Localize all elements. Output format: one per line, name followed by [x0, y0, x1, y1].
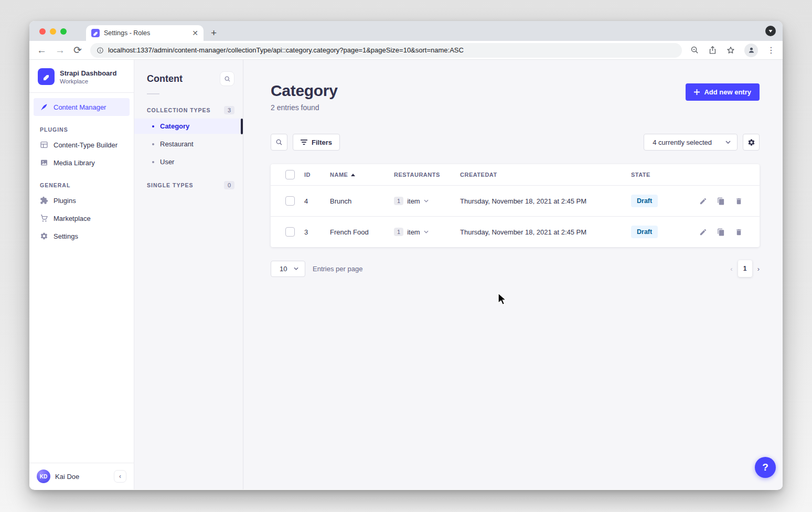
row-checkbox[interactable] — [285, 227, 295, 237]
subnav-item-user[interactable]: User — [134, 154, 243, 169]
duplicate-icon[interactable] — [717, 228, 725, 236]
page-number-button[interactable]: 1 — [738, 260, 752, 277]
sidebar-item-plugins[interactable]: Plugins — [34, 191, 130, 209]
entries-table: ID NAME RESTAURANTS CREATEDAT STATE 4 Br… — [271, 164, 760, 247]
table-row[interactable]: 3 French Food 1 item Thursday, November … — [271, 216, 760, 247]
sidebar-item-media-library[interactable]: Media Library — [34, 154, 130, 172]
cell-restaurants[interactable]: 1 item — [394, 197, 460, 205]
reload-button[interactable]: ⟳ — [73, 45, 82, 55]
sidebar-item-label: Plugins — [54, 197, 76, 205]
close-window-button[interactable] — [39, 28, 46, 35]
minimize-window-button[interactable] — [50, 28, 56, 35]
sidebar-item-label: Settings — [54, 232, 78, 240]
sidebar-item-content-manager[interactable]: Content Manager — [34, 98, 130, 116]
page-title: Category — [271, 82, 338, 100]
site-info-icon[interactable] — [97, 47, 104, 54]
state-badge: Draft — [631, 195, 658, 207]
table-row[interactable]: 4 Brunch 1 item Thursday, November 18, 2… — [271, 185, 760, 216]
entries-per-page-label: Entries per page — [313, 265, 362, 273]
table-settings-button[interactable] — [743, 134, 760, 151]
prev-page-button[interactable]: ‹ — [730, 265, 732, 273]
page-size-select[interactable]: 10 — [271, 261, 305, 277]
table-search-button[interactable] — [271, 134, 287, 151]
trash-icon[interactable] — [735, 228, 743, 236]
strapi-logo-icon — [38, 68, 55, 85]
browser-menu-icon[interactable]: ⋮ — [767, 45, 775, 55]
user-avatar[interactable]: KD — [37, 470, 50, 483]
collection-types-label: COLLECTION TYPES — [147, 107, 211, 113]
zoom-window-button[interactable] — [60, 28, 67, 35]
entries-count: 2 entries found — [271, 103, 338, 112]
filters-button[interactable]: Filters — [293, 134, 340, 151]
duplicate-icon[interactable] — [717, 197, 725, 205]
column-header-id[interactable]: ID — [304, 172, 330, 178]
bullet-icon — [152, 143, 154, 145]
subnav-item-category[interactable]: Category — [134, 119, 243, 134]
sidebar-section-plugins: PLUGINS — [29, 116, 134, 136]
column-header-restaurants[interactable]: RESTAURANTS — [394, 172, 460, 178]
sidebar-item-content-type-builder[interactable]: Content-Type Builder — [34, 136, 130, 154]
strapi-favicon-icon — [91, 29, 100, 37]
forward-button[interactable]: → — [55, 45, 65, 55]
chevron-down-icon — [725, 141, 731, 144]
new-tab-button[interactable]: + — [211, 27, 217, 39]
cell-id: 4 — [304, 197, 330, 205]
filter-icon — [301, 140, 307, 145]
column-header-createdat[interactable]: CREATEDAT — [460, 172, 631, 178]
bullet-icon — [152, 125, 154, 127]
traffic-lights — [39, 28, 67, 35]
address-bar[interactable]: localhost:1337/admin/content-manager/col… — [90, 43, 682, 58]
share-icon[interactable] — [708, 46, 717, 55]
brand-name: Strapi Dashboard — [60, 69, 116, 77]
single-types-count: 0 — [224, 181, 234, 189]
browser-tab[interactable]: Settings - Roles ✕ — [86, 25, 204, 41]
browser-profile-avatar[interactable] — [744, 44, 758, 57]
subnav-item-label: Restaurant — [160, 140, 194, 148]
row-checkbox[interactable] — [285, 196, 295, 206]
column-header-state[interactable]: STATE — [631, 172, 699, 178]
chevron-down-icon[interactable] — [424, 199, 429, 202]
zoom-icon[interactable] — [690, 46, 699, 55]
scrollbar-thumb[interactable] — [241, 119, 243, 134]
browser-toolbar: ← → ⟳ localhost:1337/admin/content-manag… — [29, 41, 783, 60]
select-all-checkbox[interactable] — [285, 170, 295, 179]
trash-icon[interactable] — [735, 197, 743, 205]
gear-icon — [747, 138, 755, 146]
divider — [147, 93, 159, 94]
close-tab-icon[interactable]: ✕ — [192, 29, 198, 37]
add-new-entry-button[interactable]: Add new entry — [686, 83, 760, 101]
chevron-down-icon — [294, 267, 298, 270]
relation-count-badge: 1 — [394, 228, 403, 236]
subnav-item-label: Category — [160, 122, 189, 130]
sidebar-section-general: GENERAL — [29, 172, 134, 191]
sidebar-item-marketplace[interactable]: Marketplace — [34, 209, 130, 227]
content-subnav: Content COLLECTION TYPES 3 Category Rest… — [134, 60, 243, 489]
subnav-item-restaurant[interactable]: Restaurant — [134, 136, 243, 152]
bullet-icon — [152, 161, 154, 163]
brand-block: Strapi Dashboard Workplace — [29, 60, 134, 93]
cell-createdat: Thursday, November 18, 2021 at 2:45 PM — [460, 228, 631, 236]
feather-pen-icon — [40, 103, 48, 111]
edit-pencil-icon[interactable] — [699, 228, 707, 236]
column-header-name[interactable]: NAME — [330, 172, 394, 178]
browser-control-icon[interactable] — [765, 26, 776, 36]
collapse-sidebar-button[interactable]: ‹ — [114, 470, 126, 483]
gear-icon — [40, 232, 48, 240]
sidebar-item-label: Marketplace — [54, 215, 91, 222]
plus-icon — [694, 89, 700, 95]
chevron-down-icon[interactable] — [424, 230, 429, 233]
sidebar-item-label: Content Manager — [54, 103, 106, 111]
back-button[interactable]: ← — [37, 45, 47, 55]
next-page-button[interactable]: › — [757, 265, 760, 273]
cell-restaurants[interactable]: 1 item — [394, 228, 460, 236]
fields-selected-dropdown[interactable]: 4 currently selected — [644, 134, 738, 151]
subnav-search-button[interactable] — [220, 71, 234, 86]
bookmark-star-icon[interactable] — [726, 46, 735, 55]
help-button[interactable]: ? — [755, 457, 776, 478]
search-icon — [275, 138, 283, 146]
sidebar-item-settings[interactable]: Settings — [34, 227, 130, 245]
relation-count-badge: 1 — [394, 197, 403, 205]
cell-name: Brunch — [330, 197, 394, 205]
edit-pencil-icon[interactable] — [699, 197, 707, 205]
tab-strip: Settings - Roles ✕ + — [29, 21, 783, 41]
